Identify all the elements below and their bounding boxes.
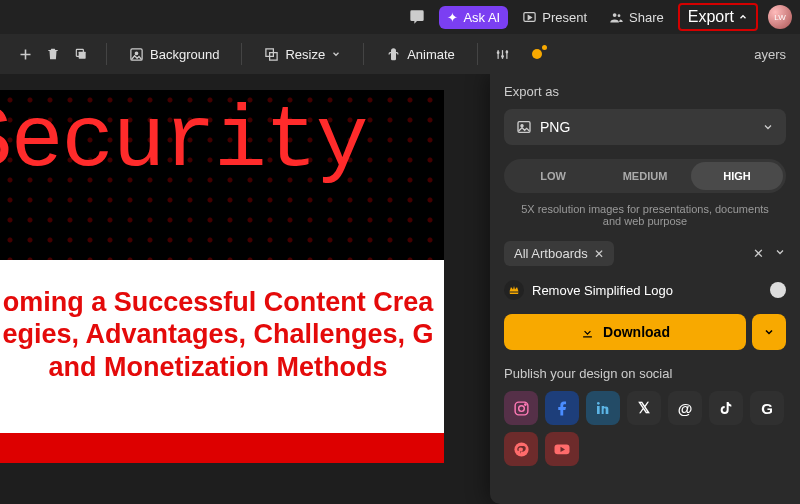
share-button[interactable]: Share xyxy=(601,6,672,29)
svg-point-13 xyxy=(501,55,504,58)
svg-point-23 xyxy=(514,442,528,456)
chevron-down-icon xyxy=(331,49,341,59)
delete-button[interactable] xyxy=(40,41,66,67)
social-google[interactable]: G xyxy=(750,391,784,425)
quality-selector: LOW MEDIUM HIGH xyxy=(504,159,786,193)
instagram-icon xyxy=(513,400,530,417)
plus-icon xyxy=(18,47,33,62)
share-label: Share xyxy=(629,10,664,25)
present-label: Present xyxy=(542,10,587,25)
ask-ai-button[interactable]: ✦ Ask AI xyxy=(439,6,508,29)
quality-medium[interactable]: MEDIUM xyxy=(599,162,691,190)
accent-bar xyxy=(0,433,444,463)
svg-point-2 xyxy=(618,14,621,17)
sliders-icon xyxy=(495,47,510,62)
tiktok-icon xyxy=(718,400,734,416)
ask-ai-label: Ask AI xyxy=(463,10,500,25)
export-label: Export xyxy=(688,8,734,26)
divider xyxy=(363,43,364,65)
play-screen-icon xyxy=(522,10,537,25)
people-icon xyxy=(609,10,624,25)
svg-point-20 xyxy=(524,403,525,404)
resize-label: Resize xyxy=(285,47,325,62)
pinterest-icon xyxy=(513,441,530,458)
svg-point-22 xyxy=(597,402,600,405)
animate-button[interactable]: Animate xyxy=(376,43,465,66)
artboard[interactable]: oming a Successful Content Crea egies, A… xyxy=(0,90,444,463)
download-more-button[interactable] xyxy=(752,314,786,350)
add-button[interactable] xyxy=(12,41,38,67)
image-icon xyxy=(516,119,532,135)
present-button[interactable]: Present xyxy=(514,6,595,29)
chevron-down-icon xyxy=(763,326,775,338)
resize-icon xyxy=(264,47,279,62)
animate-label: Animate xyxy=(407,47,455,62)
artboard-selector: All Artboards ✕ ✕ xyxy=(504,241,786,266)
divider xyxy=(241,43,242,65)
svg-point-12 xyxy=(497,51,500,54)
title-line: egies, Advantages, Challenges, G xyxy=(2,319,433,349)
format-select[interactable]: PNG xyxy=(504,109,786,145)
social-facebook[interactable] xyxy=(545,391,579,425)
x-icon: 𝕏 xyxy=(638,399,650,417)
youtube-icon xyxy=(553,440,571,458)
panel-title: Export as xyxy=(504,84,786,99)
content-title: oming a Successful Content Crea egies, A… xyxy=(0,260,444,433)
canvas-toolbar: Background Resize Animate ayers xyxy=(0,34,800,74)
artboards-chip[interactable]: All Artboards ✕ xyxy=(504,241,614,266)
quality-description: 5X resolution images for presentations, … xyxy=(504,203,786,227)
title-line: oming a Successful Content Crea xyxy=(3,287,434,317)
chevron-down-icon[interactable] xyxy=(774,246,786,261)
svg-rect-3 xyxy=(79,52,86,59)
remove-chip-icon[interactable]: ✕ xyxy=(594,247,604,261)
artboards-chip-label: All Artboards xyxy=(514,246,588,261)
quality-high[interactable]: HIGH xyxy=(691,162,783,190)
download-icon xyxy=(580,325,595,340)
google-icon: G xyxy=(761,400,773,417)
svg-point-17 xyxy=(521,125,523,127)
circle-dot-icon xyxy=(531,48,543,60)
quality-low[interactable]: LOW xyxy=(507,162,599,190)
download-button[interactable]: Download xyxy=(504,314,746,350)
resize-button[interactable]: Resize xyxy=(254,43,351,66)
remove-logo-row: Remove Simplified Logo xyxy=(504,280,786,300)
title-line: and Monetization Methods xyxy=(49,352,388,382)
notification-dot-icon xyxy=(542,45,547,50)
remove-logo-label: Remove Simplified Logo xyxy=(532,283,673,298)
chevron-down-icon xyxy=(762,121,774,133)
layers-label-cropped[interactable]: ayers xyxy=(752,43,788,66)
social-linkedin[interactable] xyxy=(586,391,620,425)
social-youtube[interactable] xyxy=(545,432,579,466)
animate-icon xyxy=(386,47,401,62)
background-label: Background xyxy=(150,47,219,62)
sparkle-icon: ✦ xyxy=(447,10,458,25)
social-x[interactable]: 𝕏 xyxy=(627,391,661,425)
social-instagram[interactable] xyxy=(504,391,538,425)
format-value: PNG xyxy=(540,119,570,135)
social-tiktok[interactable] xyxy=(709,391,743,425)
background-button[interactable]: Background xyxy=(119,43,229,66)
trash-icon xyxy=(46,47,60,61)
svg-point-6 xyxy=(135,52,138,55)
download-label: Download xyxy=(603,324,670,340)
crown-icon xyxy=(504,280,524,300)
user-avatar[interactable]: LW xyxy=(768,5,792,29)
effects-button[interactable] xyxy=(524,41,550,67)
speech-bubble-icon xyxy=(409,9,425,25)
clear-all-icon[interactable]: ✕ xyxy=(753,246,764,261)
chevron-up-icon xyxy=(738,12,748,22)
remove-logo-toggle[interactable] xyxy=(770,282,786,298)
linkedin-icon xyxy=(595,400,611,416)
social-pinterest[interactable] xyxy=(504,432,538,466)
copy-icon xyxy=(74,47,88,61)
export-button[interactable]: Export xyxy=(678,3,758,31)
publish-title: Publish your design on social xyxy=(504,366,786,381)
top-bar: ✦ Ask AI Present Share Export LW xyxy=(0,0,800,34)
adjustments-button[interactable] xyxy=(490,41,516,67)
comments-button[interactable] xyxy=(401,5,433,29)
duplicate-button[interactable] xyxy=(68,41,94,67)
background-icon xyxy=(129,47,144,62)
divider xyxy=(477,43,478,65)
svg-point-15 xyxy=(532,49,542,59)
social-threads[interactable]: @ xyxy=(668,391,702,425)
